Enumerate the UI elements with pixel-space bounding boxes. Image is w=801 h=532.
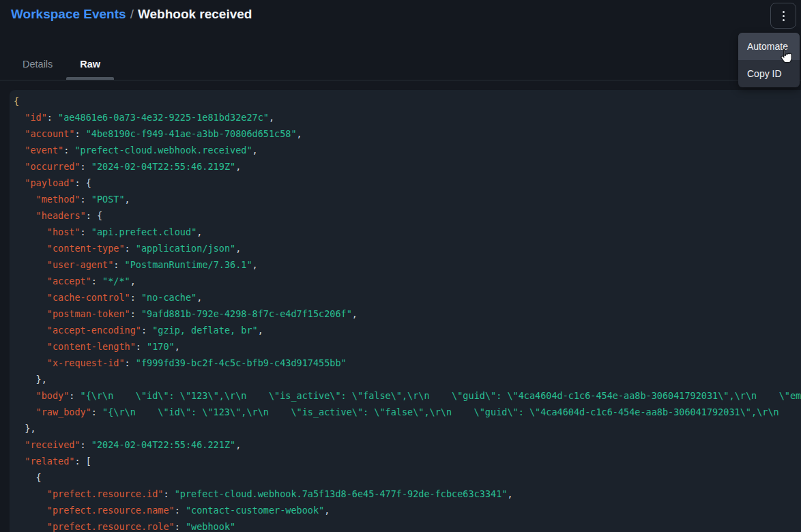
- code-line: "accept-encoding": "gzip, deflate, br",: [14, 322, 801, 338]
- code-line: {: [14, 469, 801, 486]
- tab-raw[interactable]: Raw: [66, 48, 114, 80]
- code-line: "x-request-id": "f999fd39-bc2f-4c5c-bfb9…: [14, 355, 801, 371]
- actions-dropdown-menu: Automate Copy ID: [738, 33, 800, 87]
- code-line: "prefect.resource.role": "webhook": [14, 518, 801, 532]
- code-line: {: [14, 93, 801, 109]
- code-line: "method": "POST",: [14, 191, 801, 207]
- code-line: "host": "api.prefect.cloud",: [14, 224, 801, 240]
- breadcrumb: Workspace Events/Webhook received: [11, 7, 252, 22]
- code-line: "occurred": "2024-02-04T22:55:46.219Z",: [14, 158, 801, 175]
- code-line: "id": "ae4861e6-0a73-4e32-9225-1e81bd32e…: [14, 109, 801, 125]
- raw-event-json-panel: { "id": "ae4861e6-0a73-4e32-9225-1e81bd3…: [10, 90, 801, 532]
- code-line: },: [14, 371, 801, 387]
- breadcrumb-separator: /: [126, 7, 138, 21]
- code-line: "body": "{\r\n \"id\": \"123\",\r\n \"is…: [14, 387, 801, 404]
- code-line: "raw_body": "{\r\n \"id\": \"123\",\r\n …: [14, 404, 801, 420]
- menu-item-automate[interactable]: Automate: [738, 33, 800, 60]
- page-title: Webhook received: [138, 7, 252, 21]
- page: { "header": { "breadcrumb_parent": "Work…: [0, 0, 801, 532]
- code-line: "related": [: [14, 453, 801, 469]
- code-line: "payload": {: [14, 175, 801, 191]
- tab-bar: Details Raw: [0, 48, 801, 80]
- code-line: "user-agent": "PostmanRuntime/7.36.1",: [14, 256, 801, 273]
- vertical-ellipsis-icon: [783, 11, 785, 21]
- code-line: },: [14, 420, 801, 437]
- code-line: "postman-token": "9afd881b-792e-4298-8f7…: [14, 306, 801, 322]
- code-content: { "id": "ae4861e6-0a73-4e32-9225-1e81bd3…: [10, 90, 801, 532]
- code-line: "prefect.resource.name": "contact-custom…: [14, 502, 801, 518]
- more-actions-button[interactable]: [770, 3, 796, 29]
- code-line: "received": "2024-02-04T22:55:46.221Z",: [14, 437, 801, 453]
- code-line: "content-type": "application/json",: [14, 240, 801, 256]
- tab-details[interactable]: Details: [9, 48, 66, 80]
- code-line: "prefect.resource.id": "prefect-cloud.we…: [14, 486, 801, 502]
- code-line: "headers": {: [14, 207, 801, 224]
- code-line: "accept": "*/*",: [14, 273, 801, 289]
- breadcrumb-workspace-events-link[interactable]: Workspace Events: [11, 7, 126, 21]
- code-line: "cache-control": "no-cache",: [14, 289, 801, 306]
- code-line: "event": "prefect-cloud.webhook.received…: [14, 142, 801, 158]
- menu-item-copy-id[interactable]: Copy ID: [738, 60, 800, 87]
- code-line: "content-length": "170",: [14, 338, 801, 355]
- code-line: "account": "4be8190c-f949-41ae-a3bb-7080…: [14, 125, 801, 142]
